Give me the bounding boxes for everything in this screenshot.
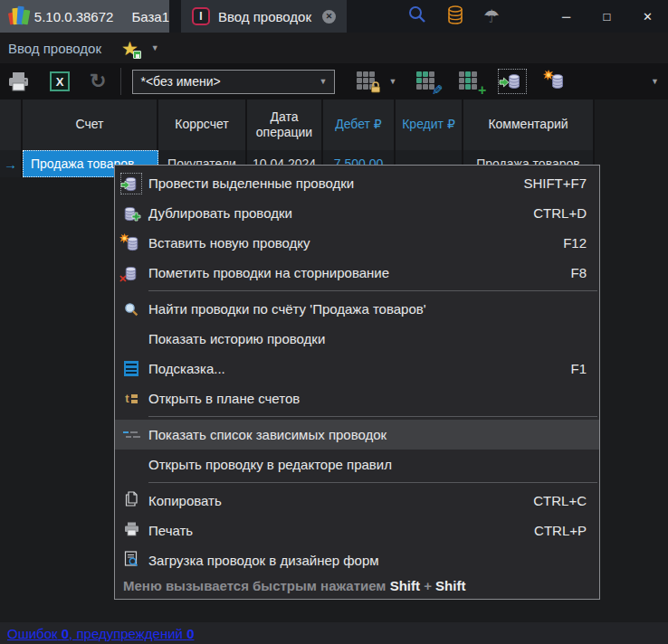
menu-item-show-history[interactable]: Показать историю проводки xyxy=(115,324,599,354)
grid-edit-button[interactable]: ✎ xyxy=(416,71,437,92)
header-credit[interactable]: Кредит ₽ xyxy=(396,99,463,150)
header-corr-account[interactable]: Коррсчет xyxy=(158,99,247,150)
menu-item-show-dependent-list[interactable]: Показать список зависимых проводок xyxy=(115,420,599,450)
grid-lock-dropdown-icon[interactable]: ▼ xyxy=(388,77,396,86)
database-post-icon xyxy=(501,71,523,91)
menu-item-mark-storno[interactable]: ✕ Пометить проводки на сторнирование F8 xyxy=(115,258,599,288)
dependent-list-icon xyxy=(123,431,140,438)
combobox-caret-icon: ▼ xyxy=(320,77,328,86)
minimize-button[interactable]: ─ xyxy=(546,0,587,33)
context-menu: Провести выделенные проводки SHIFT+F7 Ду… xyxy=(114,165,600,600)
title-bar: 5.10.0.38672 База1 I Ввод проводок ✕ ☂ ─… xyxy=(0,0,668,33)
copy-icon xyxy=(125,491,138,510)
menu-item-copy[interactable]: Копировать CTRL+C xyxy=(115,486,599,516)
menu-item-find-by-account[interactable]: Найти проводки по счёту 'Продажа товаров… xyxy=(115,294,599,324)
database-post-icon xyxy=(120,173,142,194)
form-designer-icon xyxy=(124,551,138,571)
menu-item-duplicate[interactable]: Дублировать проводки CTRL+D xyxy=(115,198,599,228)
menu-separator xyxy=(148,416,597,417)
menu-item-open-in-rules-editor[interactable]: Открыть проводку в редакторе правил xyxy=(115,450,599,479)
menu-item-print[interactable]: Печать CTRL+P xyxy=(115,516,599,545)
menu-item-post-selected[interactable]: Провести выделенные проводки SHIFT+F7 xyxy=(115,168,599,198)
layout-combobox[interactable]: *<без имени> ▼ xyxy=(132,70,335,94)
add-column-button[interactable]: + xyxy=(459,71,480,92)
hint-icon xyxy=(124,361,138,376)
tab-icon: I xyxy=(192,7,210,25)
search-small-icon xyxy=(120,302,142,317)
post-transactions-button[interactable] xyxy=(498,69,527,94)
header-comment[interactable]: Комментарий xyxy=(463,99,595,150)
maximize-button[interactable]: □ xyxy=(587,0,627,33)
menu-separator xyxy=(148,482,597,483)
favorite-star-icon[interactable]: ★ xyxy=(121,39,138,58)
header-date[interactable]: Дата операции xyxy=(247,99,323,150)
tab-close-icon[interactable]: ✕ xyxy=(322,10,336,24)
titlebar-tools: ☂ xyxy=(407,0,500,33)
database-tab[interactable]: База1 xyxy=(131,9,169,24)
app-identity: 5.10.0.38672 База1 xyxy=(0,0,169,33)
red-x-icon: ✕ xyxy=(119,273,127,285)
grid-lock-button[interactable] xyxy=(357,71,377,92)
excel-icon: X xyxy=(50,71,70,91)
toolbar: X ↻ *<без имени> ▼ ▼ ✎ + xyxy=(0,63,668,99)
menu-item-load-to-form-designer[interactable]: Загрузка проводок в дизайнер форм xyxy=(115,545,599,575)
status-bar: Ошибок 0, предупреждений 0 xyxy=(0,622,668,644)
database-duplicate-icon xyxy=(120,204,142,223)
app-logo-icon xyxy=(9,6,26,26)
menu-item-hint[interactable]: Подсказка... F1 xyxy=(115,354,599,384)
window-controls: ─ □ ✕ xyxy=(546,0,668,33)
database-new-icon xyxy=(120,234,142,252)
search-icon[interactable] xyxy=(407,5,427,28)
app-window: 5.10.0.38672 База1 I Ввод проводок ✕ ☂ ─… xyxy=(0,0,668,644)
menu-footer-hint: Меню вызывается быстрым нажатием Shift +… xyxy=(115,578,599,593)
favorites-bar: Ввод проводок ★ ▼ xyxy=(0,33,668,63)
page-title: Ввод проводок xyxy=(8,41,101,56)
print-button[interactable] xyxy=(7,71,30,92)
layout-combobox-value: *<без имени> xyxy=(140,74,220,89)
tab-label: Ввод проводок xyxy=(218,9,311,24)
print-small-icon xyxy=(124,522,139,540)
menu-item-insert-new[interactable]: Вставить новую проводку F12 xyxy=(115,228,599,258)
row-indicator: → xyxy=(0,150,23,177)
excel-export-button[interactable]: X xyxy=(50,71,70,91)
favorites-dropdown-icon[interactable]: ▼ xyxy=(151,43,159,52)
new-transaction-button[interactable] xyxy=(545,71,567,91)
add-column-icon: + xyxy=(459,71,480,92)
database-icon[interactable] xyxy=(445,5,465,29)
row-arrow-icon: → xyxy=(4,156,17,172)
refresh-button[interactable]: ↻ xyxy=(90,70,106,93)
grid-right-filler xyxy=(595,99,668,177)
table-header: Счет Коррсчет Дата операции Дебет ₽ Кред… xyxy=(0,99,595,150)
umbrella-icon[interactable]: ☂ xyxy=(483,7,500,25)
close-button[interactable]: ✕ xyxy=(627,0,668,33)
grid-edit-icon: ✎ xyxy=(416,71,437,92)
grid-lock-icon xyxy=(357,71,377,92)
menu-separator xyxy=(148,290,597,291)
toolbar-separator xyxy=(120,68,121,95)
toolbar-overflow-icon[interactable]: ▼ xyxy=(651,77,659,86)
errors-warnings-link[interactable]: Ошибок 0, предупреждений 0 xyxy=(7,626,194,641)
menu-item-open-chart-of-accounts[interactable]: t Открыть в плане счетов xyxy=(115,384,599,413)
database-new-icon xyxy=(545,71,567,91)
header-debit[interactable]: Дебет ₽ xyxy=(323,99,396,150)
header-account[interactable]: Счет xyxy=(23,99,158,150)
app-version: 5.10.0.38672 xyxy=(34,9,114,24)
chart-of-accounts-icon: t xyxy=(125,392,137,405)
database-storno-icon: ✕ xyxy=(120,264,142,282)
tab-vvod-provodok[interactable]: I Ввод проводок ✕ xyxy=(181,0,347,33)
header-indicator-column xyxy=(0,99,23,150)
